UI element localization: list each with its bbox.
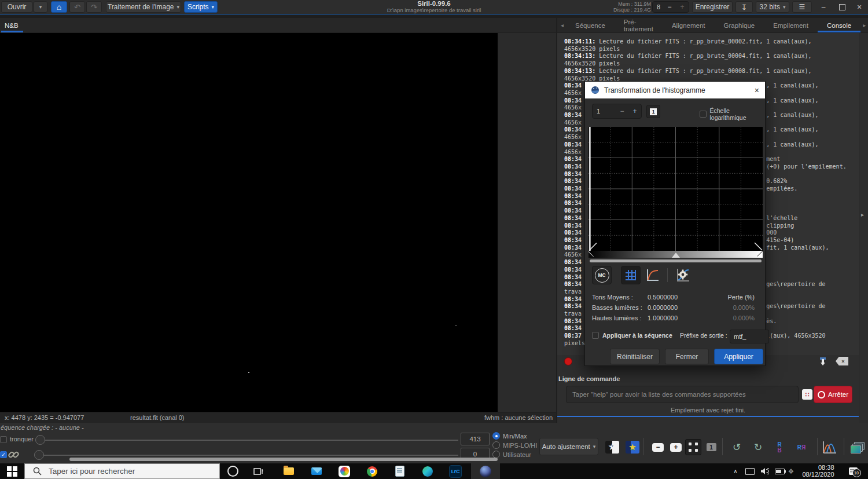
bit-depth-dropdown[interactable]: 32 bits▾ xyxy=(756,1,789,13)
auto-stretch-button[interactable] xyxy=(673,266,693,284)
apply-to-sequence-checkbox[interactable] xyxy=(592,332,599,339)
close-dialog-button[interactable]: Fermer xyxy=(665,349,709,364)
highlights-handle[interactable] xyxy=(757,251,763,258)
taskbar-file-explorer[interactable] xyxy=(275,463,303,479)
dialog-titlebar[interactable]: Transformation de l'histogramme × xyxy=(585,82,765,98)
color-rendering-button[interactable]: ★ xyxy=(623,437,642,457)
taskbar-mail[interactable] xyxy=(303,463,330,479)
midtones-color-button[interactable]: MC xyxy=(592,266,612,284)
save-as-button[interactable]: ↧ xyxy=(735,1,753,13)
rotate-left-button[interactable]: ↺ xyxy=(727,437,746,457)
mtf-slider[interactable] xyxy=(589,251,763,258)
zoom-out-button[interactable]: − xyxy=(649,437,667,457)
tab-nb[interactable]: N&B xyxy=(0,18,23,32)
taskbar-siril-active[interactable] xyxy=(471,463,500,479)
chain-link-icon xyxy=(8,449,20,460)
tray-clock[interactable]: 08:3808/12/2020 xyxy=(799,463,838,479)
task-view-button[interactable] xyxy=(245,463,271,479)
apply-button[interactable]: Appliquer xyxy=(714,349,763,364)
histogram-scrollbar[interactable] xyxy=(590,259,762,262)
histogram-button[interactable] xyxy=(820,437,838,457)
tab-empilement[interactable]: Empilement xyxy=(764,18,818,32)
save-button[interactable]: Enregistrer xyxy=(692,1,733,13)
radio-minmax[interactable]: Min/Max xyxy=(492,432,527,440)
tray-volume[interactable] xyxy=(757,463,772,479)
tab-alignement[interactable]: Alignement xyxy=(663,18,715,32)
tab-pretraitement[interactable]: Pré-traitement xyxy=(615,18,663,32)
tray-expand-button[interactable]: ∧ xyxy=(729,463,742,479)
grid-toggle-button[interactable] xyxy=(621,266,641,284)
shadows-handle[interactable] xyxy=(589,251,594,258)
flip-horizontal-button[interactable]: RR xyxy=(792,437,811,457)
minus-icon[interactable]: − xyxy=(616,107,628,115)
maximize-button[interactable] xyxy=(833,0,851,14)
dialog-close-icon[interactable]: × xyxy=(755,86,759,95)
zoom-in-button[interactable]: + xyxy=(667,437,685,457)
zoom-one-to-one-button[interactable]: 1 xyxy=(702,437,720,457)
tab-sequence[interactable]: Séquence xyxy=(566,18,615,32)
taskbar-lightroom[interactable]: LrC xyxy=(442,463,469,479)
plus-icon[interactable]: + xyxy=(628,107,641,115)
start-button[interactable] xyxy=(0,463,24,479)
taskbar-adobe-cc[interactable] xyxy=(330,463,358,479)
notification-center-button[interactable]: 10 xyxy=(842,463,864,479)
output-prefix-input[interactable] xyxy=(730,330,769,343)
high-slider-track[interactable] xyxy=(45,440,458,441)
rotate-right-button[interactable]: ↻ xyxy=(749,437,767,457)
command-input[interactable] xyxy=(566,386,799,403)
histogram-plot[interactable] xyxy=(589,127,763,251)
taskbar-edge[interactable] xyxy=(414,463,442,479)
tab-console[interactable]: Console xyxy=(818,18,860,32)
taskbar-chrome[interactable] xyxy=(358,463,386,479)
channel-toggle-button[interactable]: 1 xyxy=(646,105,660,118)
stop-button[interactable]: Arrêter xyxy=(814,386,852,403)
tray-dropbox[interactable]: ❖ xyxy=(785,463,797,479)
tabs-prev-icon[interactable]: ◂ xyxy=(561,22,564,28)
auto-adjust-dropdown[interactable]: Auto ajustement▾ xyxy=(539,438,598,455)
open-menu-button[interactable]: ▾ xyxy=(34,1,47,13)
open-button[interactable]: Ouvrir xyxy=(1,1,32,13)
truncate-checkbox[interactable] xyxy=(0,436,7,443)
tabs-next-icon[interactable]: ▸ xyxy=(863,22,866,28)
canvas-horizontal-scrollbar[interactable] xyxy=(69,458,498,461)
low-slider-track[interactable] xyxy=(44,455,458,456)
negative-view-button[interactable]: ★★ xyxy=(603,437,621,457)
reset-button[interactable]: Réinitialiser xyxy=(610,349,660,364)
cortana-button[interactable] xyxy=(220,463,245,479)
high-value-box[interactable]: 413 xyxy=(461,433,490,445)
plus-icon[interactable]: + xyxy=(676,3,689,11)
open-sequence-frames-button[interactable] xyxy=(848,437,866,457)
undo-button[interactable]: ↶ xyxy=(69,1,85,13)
tab-graphique[interactable]: Graphique xyxy=(715,18,764,32)
tray-display[interactable] xyxy=(743,463,757,479)
panel-expand-icon[interactable]: ▸ xyxy=(861,211,864,218)
image-canvas[interactable] xyxy=(0,33,498,412)
scripts-menu[interactable]: Scripts▾ xyxy=(184,1,218,13)
hamburger-menu-button[interactable]: ☰ xyxy=(792,1,812,13)
clear-console-icon[interactable]: × xyxy=(836,357,848,365)
command-list-button[interactable]: ∷ xyxy=(802,389,812,400)
radio-mips[interactable]: MIPS-LO/HI xyxy=(492,441,537,449)
export-log-icon[interactable] xyxy=(818,356,828,367)
midtones-handle[interactable] xyxy=(672,253,680,258)
home-button[interactable]: ⌂ xyxy=(51,1,67,13)
flip-vertical-button[interactable]: RR xyxy=(770,437,789,457)
search-input[interactable] xyxy=(47,466,200,476)
redo-button[interactable]: ↷ xyxy=(86,1,102,13)
close-button[interactable]: × xyxy=(851,0,868,14)
minus-icon[interactable]: − xyxy=(663,3,676,11)
low-slider-handle[interactable] xyxy=(34,450,44,460)
high-slider-handle[interactable] xyxy=(35,435,45,445)
radio-utilisateur[interactable]: Utilisateur xyxy=(492,451,531,458)
log-scale-checkbox[interactable] xyxy=(700,111,707,118)
taskbar-notepad[interactable] xyxy=(386,463,414,479)
minimize-button[interactable]: – xyxy=(815,0,832,14)
taskbar-search[interactable] xyxy=(24,463,220,479)
threads-spinner[interactable]: 8 − + xyxy=(652,1,689,13)
midtones-spinner[interactable]: 1 − + xyxy=(592,104,642,119)
image-processing-menu[interactable]: Traitement de l'image▾ xyxy=(106,1,181,13)
link-channels-checkbox[interactable]: ✓ xyxy=(0,451,7,458)
curve-display-button[interactable] xyxy=(643,266,663,284)
fit-to-window-button[interactable] xyxy=(684,437,703,457)
log-scale-option[interactable]: Échelle logarithmique xyxy=(700,107,765,121)
